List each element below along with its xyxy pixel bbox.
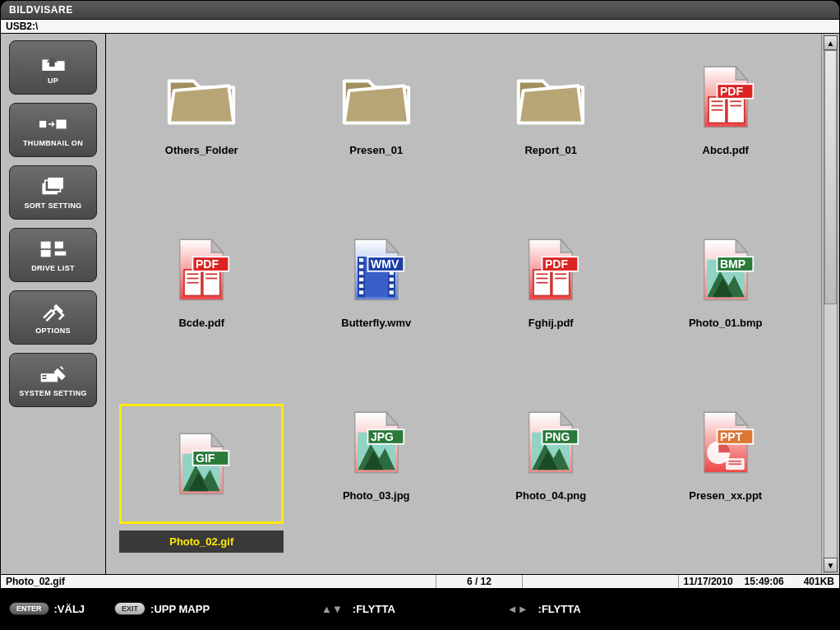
file-item-others-folder[interactable]: Others_Folder xyxy=(119,58,284,158)
svg-text:GIF: GIF xyxy=(196,452,215,465)
options-label: OPTIONS xyxy=(35,327,71,335)
system-button[interactable]: SYSTEM SETTING xyxy=(9,353,97,407)
exit-key: EXIT xyxy=(114,602,145,615)
file-item-report-01[interactable]: Report_01 xyxy=(468,58,633,158)
thumbnail-label: THUMBNAIL ON xyxy=(23,139,83,147)
updown-label: :FLYTTA xyxy=(353,603,395,615)
file-label: Presen_01 xyxy=(294,142,459,158)
svg-rect-14 xyxy=(48,178,63,189)
file-label: Fghij.pdf xyxy=(468,315,633,331)
file-label: Photo_03.jpg xyxy=(294,488,459,503)
app-title: BILDVISARE xyxy=(9,4,73,16)
svg-text:JPG: JPG xyxy=(371,430,394,443)
svg-rect-29 xyxy=(359,258,363,262)
path-bar: USB2:\ xyxy=(1,19,839,34)
updown-arrows-icon: ▲▼ xyxy=(321,603,343,615)
svg-rect-39 xyxy=(359,290,363,294)
file-item-abcd-pdf[interactable]: PDFAbcd.pdf xyxy=(644,58,808,158)
enter-label: :VÄLJ xyxy=(54,603,85,615)
file-item-presen-01[interactable]: Presen_01 xyxy=(294,58,459,158)
system-icon xyxy=(39,363,67,386)
sort-label: SORT SETTING xyxy=(24,202,81,210)
pdf-icon: PDF xyxy=(512,231,589,308)
svg-rect-16 xyxy=(40,250,50,257)
file-label: Photo_02.gif xyxy=(119,530,284,553)
svg-rect-21 xyxy=(42,378,46,379)
scroll-down-button[interactable]: ▼ xyxy=(824,558,838,572)
svg-text:BMP: BMP xyxy=(720,257,745,271)
wmv-icon: WMV xyxy=(338,231,415,308)
footer-bar: ENTER :VÄLJ EXIT :UPP MAPP ▲▼ :FLYTTA ◄►… xyxy=(1,589,839,628)
thumbnail-icon xyxy=(39,113,67,136)
status-size: 401KB xyxy=(804,576,834,587)
file-label: Report_01 xyxy=(468,142,633,158)
file-item-bcde-pdf[interactable]: PDFBcde.pdf xyxy=(119,231,284,331)
svg-rect-10 xyxy=(39,121,46,127)
drive-icon xyxy=(39,238,67,261)
png-icon: PNG xyxy=(512,404,589,481)
leftright-arrows-icon: ◄► xyxy=(507,603,528,615)
svg-text:PDF: PDF xyxy=(196,257,219,271)
bmp-icon: BMP xyxy=(687,231,764,308)
drive-button[interactable]: DRIVE LIST xyxy=(9,228,97,282)
scroll-up-button[interactable]: ▲ xyxy=(824,35,838,50)
svg-rect-20 xyxy=(42,375,46,377)
svg-rect-36 xyxy=(390,278,394,281)
status-date: 11/17/2010 xyxy=(684,576,733,587)
svg-rect-15 xyxy=(40,242,50,249)
status-count: 6 / 12 xyxy=(467,576,492,587)
svg-text:WMV: WMV xyxy=(371,257,399,271)
svg-text:PPT: PPT xyxy=(720,430,743,443)
gif-icon: GIF xyxy=(163,425,240,503)
enter-key: ENTER xyxy=(9,602,49,615)
file-item-presen-xx-ppt[interactable]: PPTPresen_xx.ppt xyxy=(644,404,808,503)
file-item-photo-01-bmp[interactable]: BMPPhoto_01.bmp xyxy=(644,231,808,331)
options-button[interactable]: OPTIONS xyxy=(9,290,97,345)
folder-icon xyxy=(163,58,240,136)
file-item-butterfly-wmv[interactable]: WMVButterfly.wmv xyxy=(294,231,459,331)
file-label: Abcd.pdf xyxy=(644,142,808,158)
file-label: Photo_04.png xyxy=(468,488,633,503)
svg-rect-38 xyxy=(390,285,394,288)
svg-text:PDF: PDF xyxy=(720,85,743,98)
svg-rect-37 xyxy=(359,285,363,288)
scrollbar: ▲ ▼ xyxy=(821,34,839,574)
scroll-track[interactable] xyxy=(824,50,838,558)
sort-button[interactable]: SORT SETTING xyxy=(9,165,97,220)
pdf-icon: PDF xyxy=(163,231,240,308)
svg-text:PNG: PNG xyxy=(545,430,570,443)
folder-icon xyxy=(338,58,415,136)
svg-rect-31 xyxy=(359,265,363,268)
file-item-photo-03-jpg[interactable]: JPGPhoto_03.jpg xyxy=(294,404,459,503)
file-label: Butterfly.wmv xyxy=(294,315,459,331)
status-filename: Photo_02.gif xyxy=(6,576,65,587)
jpg-icon: JPG xyxy=(338,404,415,481)
scroll-thumb[interactable] xyxy=(824,50,837,304)
pdf-icon: PDF xyxy=(687,58,764,136)
leftright-label: :FLYTTA xyxy=(538,603,581,615)
up-icon xyxy=(39,50,67,73)
system-label: SYSTEM SETTING xyxy=(19,389,87,397)
file-label: Photo_01.bmp xyxy=(644,315,808,331)
svg-rect-40 xyxy=(390,290,394,294)
ppt-icon: PPT xyxy=(687,404,764,481)
thumbnail-button[interactable]: THUMBNAIL ON xyxy=(9,103,97,157)
svg-rect-18 xyxy=(54,252,66,256)
status-bar: Photo_02.gif 6 / 12 11/17/2010 15:49:06 … xyxy=(1,574,839,589)
svg-rect-35 xyxy=(359,278,363,281)
svg-rect-17 xyxy=(54,242,62,249)
folder-icon xyxy=(512,58,589,136)
svg-rect-11 xyxy=(56,120,66,129)
file-item-fghij-pdf[interactable]: PDFFghij.pdf xyxy=(468,231,633,331)
up-label: UP xyxy=(48,76,58,85)
path-text: USB2:\ xyxy=(6,21,38,32)
sidebar: UP THUMBNAIL ON SORT SETTING DRIVE LIST … xyxy=(1,34,106,574)
file-label: Presen_xx.ppt xyxy=(644,488,808,503)
title-bar: BILDVISARE xyxy=(1,1,839,19)
up-button[interactable]: UP xyxy=(9,40,97,95)
sort-icon xyxy=(39,175,67,198)
exit-label: :UPP MAPP xyxy=(150,603,210,615)
file-item-photo-04-png[interactable]: PNGPhoto_04.png xyxy=(468,404,633,503)
file-item-photo-02-gif[interactable]: GIFPhoto_02.gif xyxy=(119,404,284,553)
file-label: Others_Folder xyxy=(119,142,284,158)
